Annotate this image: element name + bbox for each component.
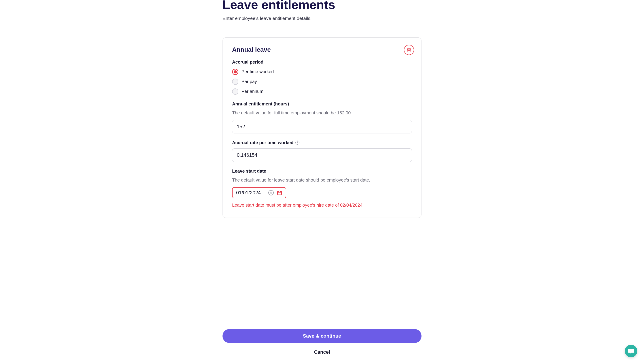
radio-icon (232, 69, 238, 75)
accrual-rate-label-text: Accrual rate per time worked (232, 140, 294, 145)
leave-start-date-input[interactable] (236, 190, 265, 196)
annual-entitlement-label: Annual entitlement (hours) (232, 101, 412, 107)
calendar-icon (277, 190, 282, 196)
annual-leave-card: Annual leave Accrual period Per time wor… (222, 37, 422, 218)
radio-icon (232, 88, 238, 95)
trash-icon (406, 48, 412, 52)
radio-label: Per annum (242, 89, 264, 94)
accrual-period-label: Accrual period (232, 60, 412, 65)
cancel-button[interactable]: Cancel (314, 349, 330, 355)
page-subtitle: Enter employee's leave entitlement detai… (222, 16, 422, 21)
radio-per-annum[interactable]: Per annum (232, 88, 412, 96)
leave-start-label: Leave start date (232, 168, 412, 174)
accrual-rate-input[interactable] (232, 148, 412, 162)
footer-bar: Save & continue Cancel (0, 322, 644, 364)
divider (222, 29, 422, 29)
radio-label: Per time worked (242, 69, 274, 74)
radio-icon (232, 79, 238, 85)
clear-date-button[interactable]: ✕ (268, 190, 274, 196)
delete-button[interactable] (404, 45, 414, 55)
radio-label: Per pay (242, 79, 257, 84)
annual-entitlement-help: The default value for full time employme… (232, 110, 412, 116)
annual-entitlement-input[interactable] (232, 120, 412, 133)
accrual-period-radio-group: Per time worked Per pay Per annum (232, 68, 412, 96)
radio-per-time-worked[interactable]: Per time worked (232, 68, 412, 76)
close-icon: ✕ (270, 191, 272, 194)
calendar-button[interactable] (277, 190, 282, 196)
chat-icon (628, 348, 634, 354)
accrual-rate-label: Accrual rate per time worked ? (232, 140, 412, 145)
save-continue-button[interactable]: Save & continue (222, 329, 422, 343)
card-title: Annual leave (232, 46, 412, 53)
page-title: Leave entitlements (222, 0, 422, 12)
leave-start-error: Leave start date must be after employee'… (232, 202, 412, 208)
help-icon[interactable]: ? (296, 141, 300, 145)
chat-widget-button[interactable] (625, 345, 637, 357)
leave-start-help: The default value for leave start date s… (232, 177, 412, 183)
leave-start-date-field: ✕ (232, 187, 286, 198)
radio-per-pay[interactable]: Per pay (232, 78, 412, 86)
svg-rect-0 (278, 191, 282, 195)
